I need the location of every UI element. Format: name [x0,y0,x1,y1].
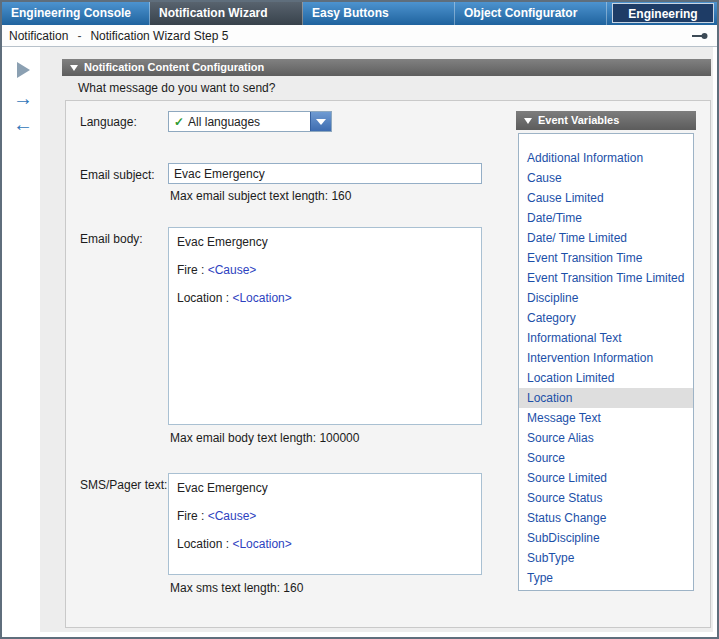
event-variable-item[interactable]: Additional Information [519,148,693,168]
event-variables-list: Additional Information Cause Cause Limit… [518,133,694,591]
email-body-editor[interactable]: Evac Emergency Fire : <Cause> Location :… [168,227,482,425]
play-icon[interactable] [17,62,30,78]
breadcrumb-separator: - [77,29,81,43]
location-token: <Location> [232,291,291,305]
event-variable-item[interactable]: SubDiscipline [519,528,693,548]
event-variable-item[interactable]: Event Transition Time Limited [519,268,693,288]
event-variable-item[interactable]: Source Alias [519,428,693,448]
email-body-line1: Evac Emergency [177,235,473,249]
event-variable-item[interactable]: Location Limited [519,368,693,388]
pin-icon[interactable] [691,30,709,42]
breadcrumb-current: Notification Wizard Step 5 [90,29,228,43]
event-variables-title: Event Variables [538,114,619,126]
event-variable-item[interactable]: Message Text [519,408,693,428]
email-subject-label: Email subject: [80,168,155,182]
email-body-line3: Location : <Location> [177,291,473,305]
event-variable-item[interactable]: Source Status [519,488,693,508]
check-icon: ✓ [174,115,184,129]
event-variable-item[interactable]: Date/ Time Limited [519,228,693,248]
sms-text-hint: Max sms text length: 160 [170,581,303,595]
section-header-notification-content[interactable]: Notification Content Configuration [62,59,711,76]
sms-line1: Evac Emergency [177,481,473,495]
email-subject-input[interactable] [168,163,482,184]
event-variable-item[interactable]: SubType [519,548,693,568]
chevron-down-icon [316,119,326,125]
event-variable-item[interactable]: Cause Limited [519,188,693,208]
language-selected-value: All languages [188,115,260,129]
location-token: <Location> [232,537,291,551]
cause-token: <Cause> [208,509,257,523]
language-dropdown-field[interactable]: ✓ All languages [169,112,310,131]
event-variable-item[interactable]: Discipline [519,288,693,308]
language-label: Language: [80,115,137,129]
location-prefix: Location : [177,291,232,305]
sms-line2: Fire : <Cause> [177,509,473,523]
tab-bar: Engineering Console Notification Wizard … [2,2,717,25]
breadcrumb: Notification - Notification Wizard Step … [2,25,717,47]
tab-notification-wizard[interactable]: Notification Wizard [150,2,303,25]
event-variable-item-selected[interactable]: Location [519,388,693,408]
sms-text-editor[interactable]: Evac Emergency Fire : <Cause> Location :… [168,473,482,575]
section-title: Notification Content Configuration [84,61,264,73]
sms-line3: Location : <Location> [177,537,473,551]
event-variable-item[interactable]: Source [519,448,693,468]
sms-text-label: SMS/Pager text: [80,478,167,492]
event-variable-item[interactable]: Category [519,308,693,328]
app-window: Engineering Console Notification Wizard … [0,0,719,639]
engineering-mode-button[interactable]: Engineering [612,3,714,23]
collapse-triangle-icon [524,118,532,124]
fire-prefix: Fire : [177,509,208,523]
event-variable-item[interactable]: Source Limited [519,468,693,488]
wizard-prompt: What message do you want to send? [78,81,275,95]
event-variable-item[interactable]: Status Change [519,508,693,528]
back-arrow-icon[interactable]: ← [10,114,36,134]
email-subject-hint: Max email subject text length: 160 [170,189,351,203]
event-variable-item[interactable]: Cause [519,168,693,188]
forward-arrow-icon[interactable]: → [10,88,36,108]
email-body-line2: Fire : <Cause> [177,263,473,277]
email-body-hint: Max email body text length: 100000 [170,431,359,445]
event-variable-item[interactable]: Informational Text [519,328,693,348]
event-variable-item[interactable]: Intervention Information [519,348,693,368]
tab-easy-buttons[interactable]: Easy Buttons [303,2,455,25]
dropdown-button[interactable] [310,112,331,131]
cause-token: <Cause> [208,263,257,277]
email-body-label: Email body: [80,232,143,246]
event-variable-item[interactable]: Date/Time [519,208,693,228]
event-variable-item[interactable]: Event Transition Time [519,248,693,268]
language-dropdown[interactable]: ✓ All languages [168,111,332,132]
tab-object-configurator[interactable]: Object Configurator [455,2,607,25]
event-variables-header[interactable]: Event Variables [516,111,696,130]
tab-engineering-console[interactable]: Engineering Console [2,2,150,25]
fire-prefix: Fire : [177,263,208,277]
breadcrumb-root[interactable]: Notification [9,29,68,43]
collapse-triangle-icon [70,65,78,71]
event-variable-item[interactable]: Type [519,568,693,588]
location-prefix: Location : [177,537,232,551]
